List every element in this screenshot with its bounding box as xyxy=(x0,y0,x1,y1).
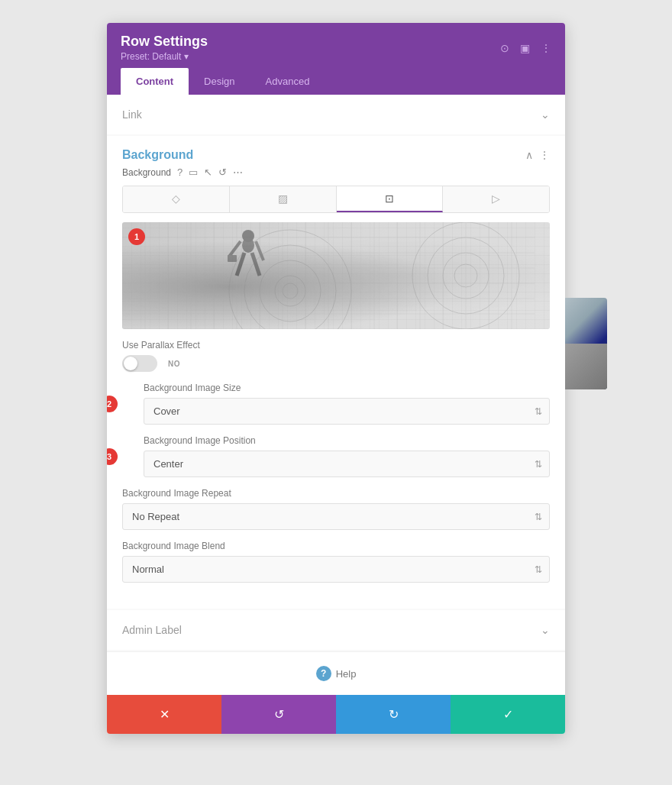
svg-point-1 xyxy=(244,245,336,329)
help-icon[interactable]: ? xyxy=(316,666,331,681)
preset-label[interactable]: Preset: Default xyxy=(121,51,181,62)
side-thumbnail-image xyxy=(565,298,607,389)
bg-type-color[interactable]: ◇ xyxy=(123,186,230,212)
bg-type-video[interactable]: ▷ xyxy=(443,186,549,212)
bg-question-icon[interactable]: ? xyxy=(177,166,183,178)
background-header-icons: ∧ ⋮ xyxy=(525,149,550,161)
svg-point-2 xyxy=(260,260,321,321)
link-chevron-icon: ⌄ xyxy=(541,108,550,121)
link-section-header[interactable]: Link ⌄ xyxy=(107,95,565,134)
admin-label-section: Admin Label ⌄ xyxy=(107,610,565,650)
bg-mobile-icon[interactable]: ▭ xyxy=(189,166,198,178)
image-repeat-field: Background Image Repeat No Repeat Repeat… xyxy=(122,488,550,530)
panel-title-group: Row Settings Preset: Default ▾ xyxy=(121,34,208,62)
background-section-title: Background xyxy=(122,148,193,162)
image-repeat-select[interactable]: No Repeat Repeat Repeat X Repeat Y xyxy=(122,503,550,530)
image-size-select[interactable]: Cover Contain Auto xyxy=(144,398,550,425)
panel-tabs: Content Design Advanced xyxy=(121,68,551,95)
more-icon[interactable]: ⋮ xyxy=(541,42,551,54)
svg-point-3 xyxy=(275,276,305,306)
bg-cursor-icon[interactable]: ↖ xyxy=(204,166,212,178)
image-blend-field: Background Image Blend Normal Multiply S… xyxy=(122,541,550,583)
image-repeat-label: Background Image Repeat xyxy=(122,488,550,499)
bg-type-image[interactable]: ⊡ xyxy=(337,186,444,212)
header-icons: ⊙ ▣ ⋮ xyxy=(500,42,551,54)
image-position-badge: 3 xyxy=(107,448,118,465)
background-more-icon[interactable]: ⋮ xyxy=(539,149,550,161)
panel-wrapper: Row Settings Preset: Default ▾ ⊙ ▣ ⋮ Con… xyxy=(107,23,565,734)
image-blend-select[interactable]: Normal Multiply Screen Overlay xyxy=(122,556,550,583)
image-badge-1: 1 xyxy=(128,228,145,245)
parallax-label: Use Parallax Effect xyxy=(122,340,550,351)
bg-type-gradient[interactable]: ▨ xyxy=(230,186,337,212)
panel-preset[interactable]: Preset: Default ▾ xyxy=(121,51,208,62)
tab-content[interactable]: Content xyxy=(121,68,189,95)
bg-toolbar-label: Background xyxy=(122,167,171,178)
cancel-button[interactable]: ✕ xyxy=(107,695,221,734)
background-image-preview[interactable]: 1 xyxy=(122,222,550,329)
image-position-field: 3 Background Image Position Center Top L… xyxy=(122,435,550,477)
background-toolbar: Background ? ▭ ↖ ↺ ⋯ xyxy=(122,162,550,186)
image-position-label: Background Image Position xyxy=(144,435,550,446)
image-repeat-select-wrapper: No Repeat Repeat Repeat X Repeat Y ⇅ xyxy=(122,503,550,530)
admin-label-chevron-icon: ⌄ xyxy=(541,624,550,636)
background-section-header: Background ∧ ⋮ xyxy=(107,136,565,162)
parallax-field: Use Parallax Effect NO xyxy=(122,340,550,372)
save-button[interactable]: ✓ xyxy=(451,695,565,734)
redo-button[interactable]: ↻ xyxy=(336,695,451,734)
image-position-select[interactable]: Center Top Left Top Center Top Right xyxy=(144,451,550,477)
background-section: Background ∧ ⋮ Background ? ▭ ↖ ↺ ⋯ xyxy=(107,136,565,609)
layout-icon[interactable]: ▣ xyxy=(520,42,530,54)
reset-button[interactable]: ↺ xyxy=(221,695,336,734)
bg-reset-icon[interactable]: ↺ xyxy=(218,166,227,178)
svg-point-33 xyxy=(242,230,254,242)
link-section-title: Link xyxy=(122,108,142,121)
svg-point-4 xyxy=(283,283,298,299)
settings-panel: Row Settings Preset: Default ▾ ⊙ ▣ ⋮ Con… xyxy=(107,23,565,734)
tab-advanced[interactable]: Advanced xyxy=(250,68,325,95)
parallax-toggle-row: NO xyxy=(122,355,550,372)
svg-line-36 xyxy=(229,241,241,257)
image-size-badge: 2 xyxy=(107,396,118,412)
image-size-select-wrapper: Cover Contain Auto ⇅ xyxy=(144,398,550,425)
panel-header-top: Row Settings Preset: Default ▾ ⊙ ▣ ⋮ xyxy=(121,34,551,62)
preview-image xyxy=(122,222,550,329)
parallax-toggle[interactable] xyxy=(122,355,157,372)
admin-label-section-title: Admin Label xyxy=(122,624,182,636)
image-size-label: Background Image Size xyxy=(144,383,550,393)
panel-footer: ✕ ↺ ↻ ✓ xyxy=(107,695,565,734)
help-text[interactable]: Help xyxy=(336,668,357,680)
tab-design[interactable]: Design xyxy=(189,68,250,95)
background-type-tabs: ◇ ▨ ⊡ ▷ xyxy=(122,186,550,213)
image-blend-label: Background Image Blend xyxy=(122,541,550,551)
admin-label-section-header[interactable]: Admin Label ⌄ xyxy=(107,610,565,650)
background-expand-icon[interactable]: ∧ xyxy=(525,149,533,161)
image-position-select-wrapper: Center Top Left Top Center Top Right ⇅ xyxy=(144,451,550,477)
link-section: Link ⌄ xyxy=(107,95,565,134)
image-size-field: 2 Background Image Size Cover Contain Au… xyxy=(122,383,550,425)
parallax-toggle-label: NO xyxy=(168,360,180,368)
toggle-knob xyxy=(124,357,137,370)
background-content: Background ? ▭ ↖ ↺ ⋯ ◇ ▨ ⊡ ▷ xyxy=(107,162,565,609)
image-blend-select-wrapper: Normal Multiply Screen Overlay ⇅ xyxy=(122,556,550,583)
panel-header: Row Settings Preset: Default ▾ ⊙ ▣ ⋮ Con… xyxy=(107,23,565,95)
bg-more-icon[interactable]: ⋯ xyxy=(233,166,243,178)
mosaic-overlay xyxy=(122,222,550,329)
settings-icon[interactable]: ⊙ xyxy=(500,42,509,54)
help-row: ? Help xyxy=(107,651,565,695)
mosaic-svg xyxy=(122,222,550,329)
panel-body: Link ⌄ Background ∧ ⋮ Background xyxy=(107,95,565,695)
preset-chevron: ▾ xyxy=(184,51,189,62)
side-thumbnail xyxy=(565,298,607,389)
panel-title: Row Settings xyxy=(121,34,208,50)
svg-line-34 xyxy=(237,253,244,276)
svg-rect-38 xyxy=(228,255,237,262)
